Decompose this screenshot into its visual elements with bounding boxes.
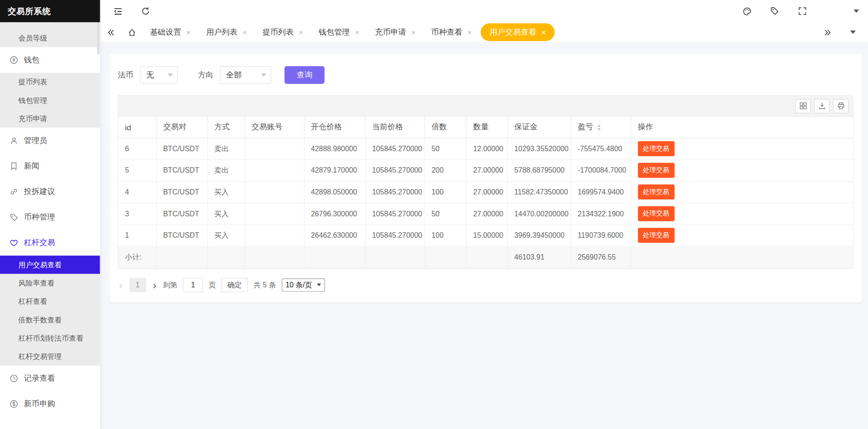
sidebar-item-admin[interactable]: 管理员 <box>0 128 100 153</box>
sidebar-item-multiplier-fee-view[interactable]: 倍数手数查看 <box>0 311 100 329</box>
handle-trade-button[interactable]: 处理交易 <box>638 184 674 199</box>
chevron-down-icon <box>261 73 266 77</box>
tab-close-icon[interactable]: × <box>186 28 191 36</box>
app-root: 交易所系统 会员等级 钱包 提币列表 钱包管理 充币申请 <box>0 0 868 429</box>
confirm-page-button[interactable]: 确定 <box>221 277 248 292</box>
tag-icon[interactable] <box>769 5 780 16</box>
coin-icon <box>10 213 19 222</box>
search-button[interactable]: 查询 <box>285 66 325 84</box>
cell-quantity: 27.00000 <box>466 181 507 203</box>
tab-coin-view[interactable]: 币种查看 × <box>424 23 479 41</box>
col-header-pnl[interactable]: 盈亏 <box>571 117 631 138</box>
sidebar-item-withdraw-list[interactable]: 提币列表 <box>0 73 100 91</box>
handle-trade-button[interactable]: 处理交易 <box>638 141 674 156</box>
caret-down-icon[interactable] <box>853 5 860 16</box>
export-icon[interactable] <box>814 99 830 113</box>
cell-id: 1 <box>118 225 156 246</box>
col-header-open-price: 开仓价格 <box>304 117 365 138</box>
sidebar-item-wallet-manage[interactable]: 钱包管理 <box>0 91 100 109</box>
sort-icon[interactable] <box>597 124 601 130</box>
chevron-down-icon <box>317 283 321 286</box>
print-icon[interactable] <box>833 99 848 113</box>
sidebar-item-records-view[interactable]: 记录查看 <box>0 366 100 391</box>
tab-user-list[interactable]: 用户列表 × <box>199 23 254 41</box>
direction-label: 方向 <box>198 70 213 80</box>
tabs-scroll-left-icon[interactable] <box>100 28 121 36</box>
table-row: 5 BTC/USDT 卖出 42879.170000 105845.270000… <box>118 159 853 181</box>
tab-deposit-apply[interactable]: 充币申请 × <box>368 23 423 41</box>
cell-id: 3 <box>118 203 156 225</box>
sidebar-item-deposit-apply[interactable]: 充币申请 <box>0 109 100 128</box>
cell-side: 卖出 <box>207 138 245 160</box>
tab-close-icon[interactable]: × <box>541 28 546 36</box>
records-icon <box>10 374 19 383</box>
cell-quantity: 27.00000 <box>466 203 507 225</box>
app-title: 交易所系统 <box>8 6 51 16</box>
tab-close-icon[interactable]: × <box>299 28 303 36</box>
handle-trade-button[interactable]: 处理交易 <box>638 228 674 243</box>
tab-wallet-manage[interactable]: 钱包管理 × <box>312 23 366 41</box>
tab-user-trade-view[interactable]: 用户交易查看 × <box>481 23 555 41</box>
cell-actions: 处理交易 <box>631 225 853 246</box>
cell-pair: BTC/USDT <box>156 138 207 160</box>
direction-select[interactable]: 全部 <box>220 66 271 84</box>
sidebar-item-user-trade-view[interactable]: 用户交易查看 <box>0 255 100 274</box>
col-header-leverage: 倍数 <box>424 117 466 138</box>
sidebar-item-coin-manage[interactable]: 币种管理 <box>0 204 100 230</box>
tab-basic-settings[interactable]: 基础设置 × <box>143 23 198 41</box>
sidebar-scrollbar[interactable] <box>97 22 100 55</box>
menu-fold-icon[interactable] <box>112 5 123 16</box>
cell-side: 买入 <box>207 203 245 225</box>
fiat-select[interactable]: 无 <box>140 66 178 84</box>
handle-trade-button[interactable]: 处理交易 <box>638 163 674 178</box>
goto-page-input[interactable] <box>183 277 203 292</box>
handle-trade-button[interactable]: 处理交易 <box>638 206 674 221</box>
columns-icon[interactable] <box>795 99 811 113</box>
cell-open-price: 42888.980000 <box>304 138 365 160</box>
tab-close-icon[interactable]: × <box>355 28 359 36</box>
cell-pnl: -755475.4800 <box>571 138 631 160</box>
sidebar-item-leverage-transfer-view[interactable]: 杠杆币划转法币查看 <box>0 329 100 347</box>
tabs-menu-caret-icon[interactable] <box>842 31 863 34</box>
tab-close-icon[interactable]: × <box>411 28 416 36</box>
cell-side: 卖出 <box>207 159 245 181</box>
theme-icon[interactable] <box>741 5 752 16</box>
tabs-scroll-right-icon[interactable] <box>817 28 838 36</box>
summary-label: 小计: <box>118 246 156 268</box>
sidebar-item-member-level[interactable]: 会员等级 <box>0 29 100 47</box>
page-size-select[interactable]: 10 条/页 <box>281 278 325 291</box>
sidebar-item-leverage-view[interactable]: 杠杆查看 <box>0 292 100 311</box>
current-page[interactable]: 1 <box>129 277 146 292</box>
sidebar-item-risk-rate-view[interactable]: 风险率查看 <box>0 274 100 292</box>
col-header-quantity: 数量 <box>466 117 507 138</box>
sidebar-item-leverage-trade[interactable]: 杠杆交易 <box>0 230 100 255</box>
sidebar-item-feedback[interactable]: 投拆建议 <box>0 179 100 204</box>
summary-pnl-total: 2569076.55 <box>571 246 631 268</box>
chevron-down-icon <box>168 73 173 77</box>
cell-actions: 处理交易 <box>631 138 853 160</box>
table-row: 6 BTC/USDT 卖出 42888.980000 105845.270000… <box>118 138 853 160</box>
tab-close-icon[interactable]: × <box>242 28 247 36</box>
next-page-icon[interactable]: › <box>152 279 158 290</box>
cell-account <box>245 225 304 246</box>
sidebar-item-new-coin-subscribe[interactable]: 新币申购 <box>0 391 100 417</box>
tabs: 基础设置 × 用户列表 × 提币列表 × 钱包管理 × 充币申请 × 币种查看 … <box>143 23 555 41</box>
trades-table: id 交易对 方式 交易账号 开仓价格 当前价格 倍数 数量 保证金 盈亏 操作 <box>118 117 853 268</box>
refresh-icon[interactable] <box>140 5 151 16</box>
tab-withdraw-list[interactable]: 提币列表 × <box>256 23 310 41</box>
cell-leverage: 50 <box>424 138 466 160</box>
cell-current-price: 105845.270000 <box>365 203 425 225</box>
sidebar-item-news[interactable]: 新闻 <box>0 153 100 179</box>
cell-actions: 处理交易 <box>631 181 853 203</box>
topbar <box>100 0 868 22</box>
cell-margin: 14470.00200000 <box>507 203 571 225</box>
home-tab-icon[interactable] <box>121 28 142 36</box>
pagination: ‹ 1 › 到第 页 确定 共 5 条 10 条/页 <box>118 277 854 292</box>
tab-close-icon[interactable]: × <box>467 28 472 36</box>
summary-row: 小计: 46103.91 2569076.55 <box>118 246 853 268</box>
sidebar-item-leverage-trade-manage[interactable]: 杠杆交易管理 <box>0 347 100 366</box>
main-content: 法币 无 方向 全部 查询 <box>100 43 868 429</box>
sidebar-item-wallet[interactable]: 钱包 <box>0 47 100 73</box>
fullscreen-icon[interactable] <box>797 5 808 16</box>
prev-page-icon[interactable]: ‹ <box>118 279 124 290</box>
